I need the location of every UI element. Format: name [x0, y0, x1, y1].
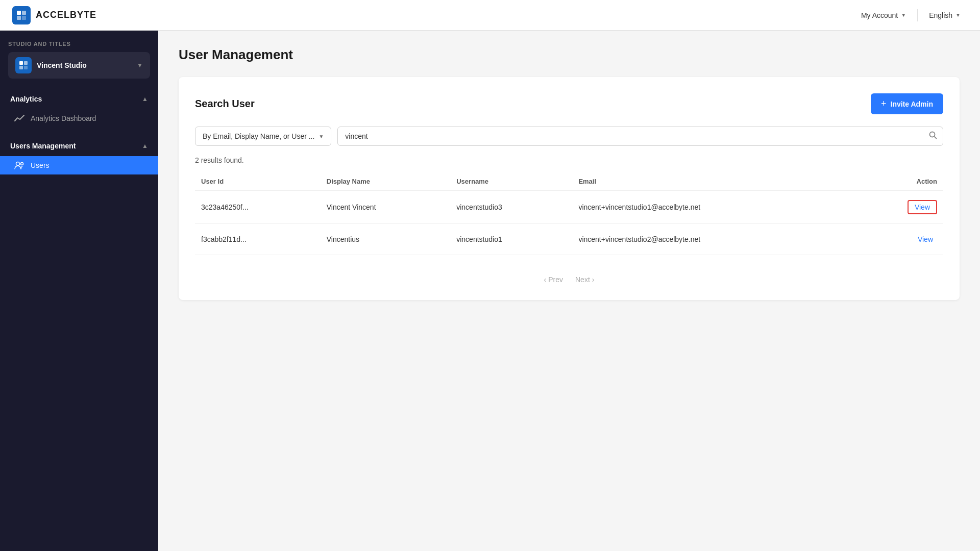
prev-chevron-icon: ‹ [544, 276, 547, 284]
analytics-section-title: Analytics [10, 95, 42, 103]
trend-icon [14, 114, 24, 122]
page-title: User Management [179, 47, 960, 63]
cell-user_id: 3c23a46250f... [195, 191, 321, 224]
cell-email: vincent+vincentstudio1@accelbyte.net [572, 191, 855, 224]
svg-rect-5 [24, 61, 28, 65]
main-content: User Management Search User + Invite Adm… [158, 31, 980, 551]
next-button: Next › [575, 276, 594, 284]
svg-rect-3 [22, 16, 26, 20]
my-account-button[interactable]: My Account ▼ [854, 7, 913, 23]
studio-label: STUDIO AND TITLES [8, 41, 150, 47]
col-action: Action [855, 172, 943, 191]
search-user-header: Search User + Invite Admin [195, 93, 943, 114]
users-management-section: Users Management ▲ Users [0, 132, 158, 179]
prev-button: ‹ Prev [544, 276, 563, 284]
invite-admin-button[interactable]: + Invite Admin [871, 93, 943, 114]
sidebar-item-analytics-dashboard[interactable]: Analytics Dashboard [0, 109, 158, 128]
studio-icon [15, 57, 32, 73]
my-account-chevron-icon: ▼ [901, 12, 906, 18]
users-label: Users [31, 161, 50, 169]
logo-text: ACCELBYTE [36, 10, 96, 20]
language-button[interactable]: English ▼ [922, 7, 968, 23]
search-filter-select[interactable]: By Email, Display Name, or User ... ▼ [195, 127, 331, 146]
search-icon-button[interactable] [929, 131, 937, 141]
invite-admin-label: Invite Admin [891, 100, 934, 108]
prev-label: Prev [548, 276, 563, 284]
users-management-chevron-icon: ▲ [142, 142, 148, 149]
svg-rect-4 [19, 61, 23, 65]
studio-chevron-icon: ▼ [137, 62, 143, 69]
cell-action: View [855, 224, 943, 255]
header-divider [917, 9, 918, 21]
svg-point-8 [16, 162, 20, 166]
col-email: Email [572, 172, 855, 191]
studio-section: STUDIO AND TITLES Vincent Studio ▼ [0, 31, 158, 85]
col-username: Username [450, 172, 572, 191]
search-controls: By Email, Display Name, or User ... ▼ [195, 127, 943, 146]
users-management-header[interactable]: Users Management ▲ [0, 136, 158, 156]
col-display-name: Display Name [321, 172, 450, 191]
view-button-1[interactable]: View [914, 233, 937, 245]
cell-user_id: f3cabb2f11d... [195, 224, 321, 255]
logo-icon [12, 6, 31, 24]
analytics-section-header[interactable]: Analytics ▲ [0, 89, 158, 109]
table-row: f3cabb2f11d...Vincentiusvincentstudio1vi… [195, 224, 943, 255]
svg-point-9 [21, 163, 23, 165]
header: ACCELBYTE My Account ▼ English ▼ [0, 0, 980, 31]
header-right: My Account ▼ English ▼ [854, 7, 968, 23]
cell-email: vincent+vincentstudio2@accelbyte.net [572, 224, 855, 255]
search-user-card: Search User + Invite Admin By Email, Dis… [179, 77, 960, 300]
search-filter-label: By Email, Display Name, or User ... [203, 132, 314, 140]
studio-selector[interactable]: Vincent Studio ▼ [8, 52, 150, 79]
studio-name: Vincent Studio [37, 61, 132, 69]
analytics-chevron-icon: ▲ [142, 95, 148, 103]
next-label: Next [575, 276, 590, 284]
analytics-dashboard-label: Analytics Dashboard [31, 114, 96, 122]
cell-username: vincentstudio1 [450, 224, 572, 255]
search-filter-chevron-icon: ▼ [318, 134, 324, 139]
cell-username: vincentstudio3 [450, 191, 572, 224]
language-chevron-icon: ▼ [955, 12, 961, 18]
view-button-0[interactable]: View [908, 200, 937, 214]
next-chevron-icon: › [592, 276, 595, 284]
my-account-label: My Account [861, 11, 898, 19]
table-row: 3c23a46250f...Vincent Vincentvincentstud… [195, 191, 943, 224]
search-input-wrapper [337, 127, 943, 146]
svg-point-10 [930, 132, 935, 137]
svg-line-11 [935, 137, 937, 139]
sidebar: STUDIO AND TITLES Vincent Studio ▼ Analy… [0, 31, 158, 551]
svg-rect-2 [17, 16, 21, 20]
sidebar-item-users[interactable]: Users [0, 156, 158, 174]
logo: ACCELBYTE [12, 6, 96, 24]
language-label: English [929, 11, 952, 19]
cell-display_name: Vincentius [321, 224, 450, 255]
users-management-title: Users Management [10, 142, 76, 150]
users-icon [14, 161, 24, 169]
search-user-title: Search User [195, 98, 255, 110]
search-input[interactable] [337, 127, 943, 146]
users-table: User Id Display Name Username Email Acti… [195, 172, 943, 255]
pagination: ‹ Prev Next › [195, 267, 943, 284]
svg-rect-1 [22, 11, 26, 15]
analytics-section: Analytics ▲ Analytics Dashboard [0, 85, 158, 132]
results-count: 2 results found. [195, 156, 943, 164]
svg-rect-6 [19, 66, 23, 69]
invite-plus-icon: + [881, 98, 887, 109]
cell-display_name: Vincent Vincent [321, 191, 450, 224]
svg-rect-0 [17, 11, 21, 15]
col-user-id: User Id [195, 172, 321, 191]
cell-action: View [855, 191, 943, 224]
layout: STUDIO AND TITLES Vincent Studio ▼ Analy… [0, 31, 980, 551]
svg-rect-7 [24, 66, 28, 69]
